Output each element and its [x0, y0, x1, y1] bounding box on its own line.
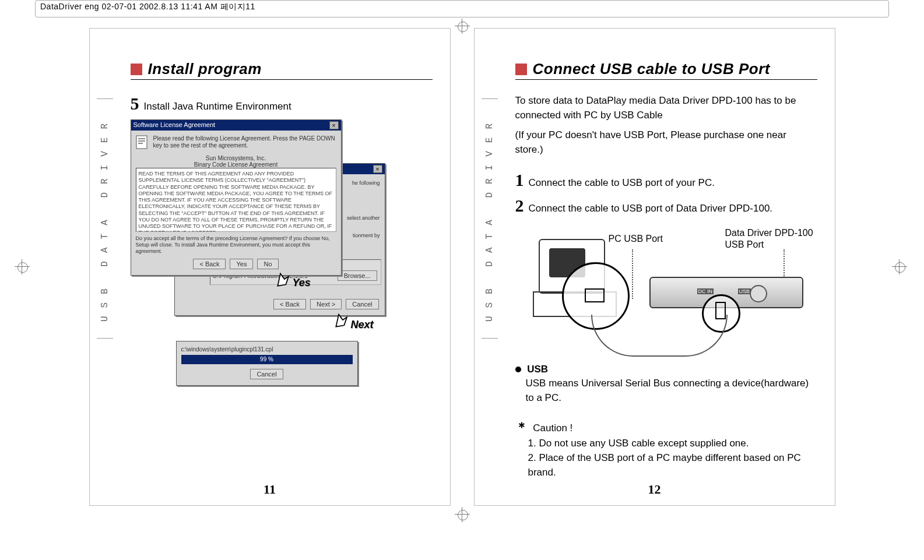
step-2-number: 2: [515, 196, 524, 216]
license-window-titlebar: Software License Agreement ×: [131, 120, 341, 131]
close-icon[interactable]: ×: [329, 121, 339, 129]
intro-text: To store data to DataPlay media Data Dri…: [515, 94, 817, 122]
caution-section: ＊ Caution ! 1. Do not use any USB cable …: [515, 418, 817, 480]
source-file-tag: DataDriver eng 02-07-01 2002.8.13 11:41 …: [35, 0, 889, 17]
step-2: 2 Connect the cable to USB port of Data …: [515, 196, 817, 216]
leader-line-device: [784, 249, 785, 277]
port-dcin-label: DC IN: [697, 288, 714, 294]
progress-bar: 99 %: [181, 355, 353, 364]
intro-text-paren: (If your PC doesn't have USB Port, Pleas…: [515, 128, 817, 157]
section-title-marker: [515, 64, 527, 75]
port-usb-label: USB: [738, 288, 751, 294]
next-callout-label: Next: [351, 319, 374, 331]
device-label: Data Driver DPD-100 USB Port: [725, 227, 813, 252]
cancel-button-2[interactable]: Cancel: [250, 369, 283, 379]
caution-2: 2. Place of the USB port of a PC maybe d…: [528, 451, 817, 480]
back-button-2[interactable]: < Back: [273, 299, 306, 309]
step-5: 5 Install Java Runtime Environment: [131, 94, 433, 114]
page-right: USB DATA DRIVER Connect USB cable to USB…: [474, 28, 835, 506]
side-tab-text: USB DATA DRIVER: [100, 115, 110, 322]
section-title: Connect USB cable to USB Port: [533, 60, 770, 78]
frag-text-3: tionment by: [353, 233, 380, 238]
license-company: Sun Microsystems, Inc.: [136, 155, 336, 161]
page-number-right: 12: [475, 482, 835, 497]
license-body: READ THE TERMS OF THIS AGREEMENT AND ANY…: [136, 168, 336, 232]
usb-connection-diagram: PC USB Port Data Driver DPD-100 USB Port: [515, 227, 817, 355]
device-label-line2: USB Port: [725, 240, 764, 249]
progress-window: c:\windows\system\plugincpl131.cpl 99 % …: [176, 341, 358, 386]
side-tab-left: USB DATA DRIVER: [97, 98, 113, 339]
section-title-marker: [131, 64, 142, 75]
document-icon: [136, 135, 149, 152]
page-spread: USB DATA DRIVER Install program 5 Instal…: [0, 28, 924, 506]
no-button[interactable]: No: [257, 259, 278, 269]
usb-glossary: USB USB means Universal Serial Bus conne…: [515, 362, 817, 406]
section-title-row: Install program: [131, 60, 433, 80]
side-tab-right: USB DATA DRIVER: [482, 98, 498, 339]
next-button[interactable]: Next >: [310, 299, 342, 309]
license-subtitle: Binary Code License Agreement: [136, 161, 336, 168]
registration-mark-bottom: [455, 507, 470, 522]
pc-port-label: PC USB Port: [609, 233, 663, 245]
close-icon[interactable]: ×: [373, 165, 382, 173]
license-header-text: Please read the following License Agreem…: [153, 135, 336, 152]
svg-rect-0: [136, 136, 147, 149]
caution-head: Caution !: [533, 422, 572, 434]
license-window: Software License Agreement × Please read…: [131, 119, 342, 276]
usb-head: USB: [527, 364, 548, 375]
frag-text-1: he following: [352, 180, 380, 186]
side-tab-text: USB DATA DRIVER: [484, 115, 495, 322]
step-1: 1 Connect the cable to USB port of your …: [515, 170, 817, 190]
device-label-line1: Data Driver DPD-100: [725, 228, 813, 238]
browse-button[interactable]: Browse...: [338, 270, 377, 281]
step-1-text: Connect the cable to USB port of your PC…: [529, 177, 715, 189]
license-confirm: Do you accept all the terms of the prece…: [136, 235, 336, 254]
bullet-icon: [515, 367, 521, 372]
leader-line-pc: [632, 249, 633, 299]
page-number-left: 11: [90, 482, 450, 497]
section-title-row: Connect USB cable to USB Port: [515, 60, 817, 80]
progress-path: c:\windows\system\plugincpl131.cpl: [181, 346, 353, 353]
frag-text-2: select another: [347, 215, 380, 221]
screenshot-stack: Software License Agreement × Please read…: [131, 119, 433, 399]
section-title: Install program: [148, 60, 262, 78]
cancel-button[interactable]: Cancel: [346, 299, 378, 309]
step-1-number: 1: [515, 170, 524, 190]
step-2-text: Connect the cable to USB port of Data Dr…: [529, 203, 773, 214]
svg-rect-3: [138, 143, 143, 144]
usb-body: USB means Universal Serial Bus connectin…: [526, 376, 817, 405]
license-window-title: Software License Agreement: [133, 121, 216, 129]
page-left: USB DATA DRIVER Install program 5 Instal…: [89, 28, 451, 506]
caution-1: 1. Do not use any USB cable except suppl…: [528, 436, 817, 451]
asterisk-icon: ＊: [515, 420, 528, 434]
yes-callout-label: Yes: [293, 277, 311, 289]
usb-cable: [591, 315, 728, 357]
yes-button[interactable]: Yes: [230, 259, 253, 269]
step-5-text: Install Java Runtime Environment: [144, 101, 291, 112]
svg-rect-1: [138, 138, 145, 139]
step-5-number: 5: [131, 94, 139, 114]
svg-rect-2: [138, 140, 145, 142]
back-button[interactable]: < Back: [193, 259, 226, 269]
device-dial-icon: [750, 285, 767, 302]
